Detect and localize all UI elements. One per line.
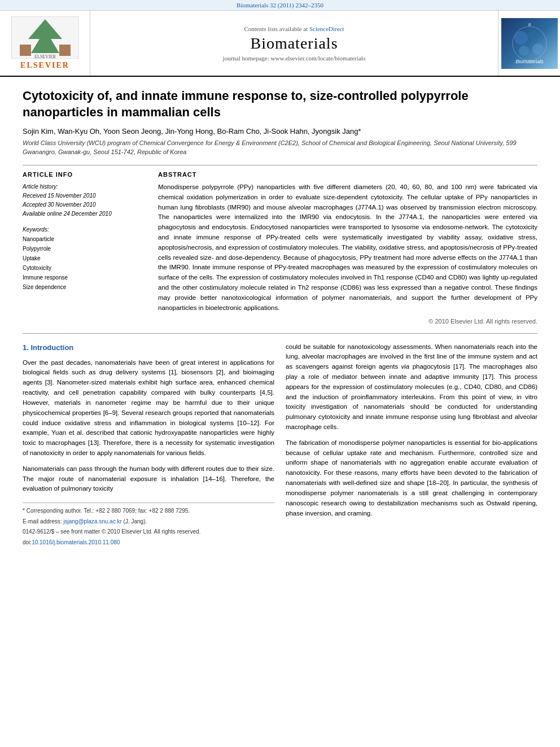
svg-text:Biomaterials: Biomaterials	[515, 59, 544, 64]
abstract-label: ABSTRACT	[158, 171, 537, 178]
elsevier-brand-text: ELSEVIER	[20, 61, 69, 70]
body-paragraph-1: Over the past decades, nanomaterials hav…	[23, 358, 274, 458]
article-title: Cytotoxicity of, and innate immune respo…	[23, 88, 537, 120]
biomaterials-journal-logo: Biomaterials B	[501, 18, 558, 69]
journal-main-title: Biomaterials	[250, 34, 338, 53]
body-left-column: 1. Introduction Over the past decades, n…	[23, 342, 274, 547]
footnote-section: * Corresponding author. Tel.: +82 2 880 …	[23, 503, 274, 547]
body-paragraph-2: Nanomaterials can pass through the human…	[23, 464, 274, 494]
keywords-section: Keywords: Nanoparticle Polypyrrole Uptak…	[23, 225, 147, 292]
elsevier-graphic-icon: ELSEVIER	[11, 16, 79, 59]
svg-point-7	[514, 31, 528, 45]
section1-title: Introduction	[30, 343, 73, 352]
body-paragraph-4: The fabrication of monodisperse polymer …	[286, 438, 537, 519]
body-content: 1. Introduction Over the past decades, n…	[23, 342, 537, 547]
body-paragraph-3: could be suitable for nanotoxicology ass…	[286, 342, 537, 433]
keyword-uptake: Uptake	[23, 254, 147, 263]
svg-point-8	[532, 43, 544, 55]
journal-header: ELSEVIER ELSEVIER Contents lists availab…	[0, 11, 560, 77]
journal-citation-text: Biomaterials 32 (2011) 2342–2350	[237, 2, 323, 8]
affiliation-text: World Class University (WCU) program of …	[23, 139, 537, 156]
keyword-immune-response: Immune response	[23, 273, 147, 282]
body-right-column: could be suitable for nanotoxicology ass…	[286, 342, 537, 547]
footnote-email: E-mail address: jsjang@plaza.snu.ac.kr (…	[23, 517, 274, 526]
elsevier-logo-area: ELSEVIER ELSEVIER	[0, 11, 90, 76]
main-content-area: Cytotoxicity of, and innate immune respo…	[0, 77, 560, 558]
section1-heading: 1. Introduction	[23, 342, 274, 353]
article-info-abstract-section: ARTICLE INFO Article history: Received 1…	[23, 171, 537, 325]
svg-text:B: B	[528, 23, 531, 27]
section1-number: 1.	[23, 343, 29, 352]
keyword-size-dependence: Size dependence	[23, 282, 147, 292]
journal-citation-bar: Biomaterials 32 (2011) 2342–2350	[0, 0, 560, 11]
svg-text:ELSEVIER: ELSEVIER	[34, 54, 56, 59]
article-received: Received 15 November 2010	[23, 191, 147, 200]
copyright-text: © 2010 Elsevier Ltd. All rights reserved…	[158, 318, 537, 325]
footnote-doi: doi:10.1016/j.biomaterials.2010.11.080	[23, 538, 274, 547]
biomaterials-logo-icon: Biomaterials B	[501, 18, 558, 69]
svg-rect-2	[20, 45, 31, 56]
keyword-polypyrrole: Polypyrrole	[23, 244, 147, 254]
article-accepted: Accepted 30 November 2010	[23, 200, 147, 209]
article-info-column: ARTICLE INFO Article history: Received 1…	[23, 171, 147, 325]
keywords-label: Keywords:	[23, 225, 147, 234]
journal-title-area: Contents lists available at ScienceDirec…	[90, 11, 498, 76]
svg-point-10	[519, 46, 529, 56]
keyword-cytotoxicity: Cytotoxicity	[23, 263, 147, 273]
article-history-label: Article history:	[23, 182, 147, 191]
abstract-text: Monodisperse polypyrrole (PPy) nanoparti…	[158, 182, 537, 313]
authors-line: Sojin Kim, Wan-Kyu Oh, Yoon Seon Jeong, …	[23, 127, 537, 136]
body-divider	[23, 333, 537, 334]
sciencedirect-line: Contents lists available at ScienceDirec…	[244, 25, 344, 32]
sciencedirect-link[interactable]: ScienceDirect	[309, 25, 344, 32]
biomaterials-logo-area: Biomaterials B	[498, 11, 560, 76]
section-divider	[23, 165, 537, 165]
keyword-nanoparticle: Nanoparticle	[23, 234, 147, 244]
article-available: Available online 24 December 2010	[23, 209, 147, 219]
journal-homepage-url: journal homepage: www.elsevier.com/locat…	[223, 55, 366, 62]
svg-point-9	[528, 30, 537, 40]
elsevier-logo: ELSEVIER ELSEVIER	[11, 16, 79, 70]
footnote-corresponding: * Corresponding author. Tel.: +82 2 880 …	[23, 506, 274, 516]
footnote-issn: 0142-9612/$ – see front matter © 2010 El…	[23, 527, 274, 536]
article-info-label: ARTICLE INFO	[23, 171, 147, 178]
abstract-column: ABSTRACT Monodisperse polypyrrole (PPy) …	[158, 171, 537, 325]
svg-rect-3	[59, 45, 71, 56]
